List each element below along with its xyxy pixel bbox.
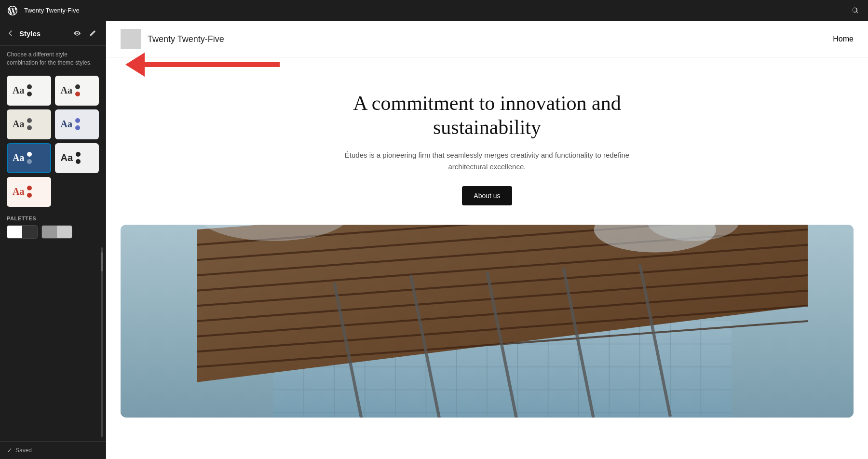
dot — [75, 92, 80, 96]
style-card-1-text: Aa — [13, 85, 24, 96]
edit-icon-button[interactable] — [86, 27, 99, 40]
top-bar-title: Twenty Twenty-Five — [24, 7, 849, 14]
style-card-5[interactable]: Aa — [7, 143, 51, 173]
dot — [27, 84, 32, 89]
hero-subtitle: Études is a pioneering firm that seamles… — [333, 149, 641, 173]
style-card-6-dots — [76, 152, 81, 164]
building-image — [121, 225, 854, 418]
dot — [75, 118, 80, 123]
site-header: Twenty Twenty-Five Home — [106, 21, 868, 57]
style-card-2-text: Aa — [61, 85, 72, 96]
top-bar: Twenty Twenty-Five — [0, 0, 868, 21]
style-card-3[interactable]: Aa — [7, 109, 51, 139]
dot — [27, 186, 32, 190]
palette-1-light — [7, 226, 22, 238]
palette-2-light — [57, 226, 72, 238]
style-card-7[interactable]: Aa — [7, 177, 51, 207]
dot — [75, 84, 80, 89]
saved-check-icon: ✓ — [7, 446, 13, 454]
hero-section: A commitment to innovation and sustainab… — [318, 57, 656, 225]
palette-2-mid — [42, 226, 57, 238]
sidebar-title: Styles — [19, 29, 71, 38]
style-card-7-dots — [27, 186, 32, 198]
palette-1-dark — [22, 226, 37, 238]
style-card-5-text: Aa — [13, 152, 24, 163]
dot — [27, 118, 32, 123]
palettes-label: PALETTES — [7, 216, 99, 221]
style-card-7-text: Aa — [13, 186, 24, 197]
dot — [27, 152, 32, 157]
sidebar-actions — [71, 27, 99, 40]
dot — [76, 159, 81, 164]
palette-2[interactable] — [41, 225, 72, 239]
site-logo — [121, 29, 141, 49]
style-card-5-dots — [27, 152, 32, 164]
dot — [27, 159, 32, 164]
sidebar: Styles Choose a different style combinat… — [0, 21, 106, 459]
sidebar-description: Choose a different style combination for… — [0, 46, 106, 72]
style-card-6[interactable]: Aa — [55, 143, 99, 173]
saved-label: Saved — [15, 447, 32, 454]
palettes-section: PALETTES — [0, 211, 106, 243]
hero-title: A commitment to innovation and sustainab… — [333, 91, 641, 140]
dot — [27, 193, 32, 198]
palettes-row — [7, 225, 99, 239]
style-grid: Aa Aa Aa Aa — [0, 72, 106, 211]
style-card-2-dots — [75, 84, 80, 96]
dot — [76, 152, 81, 157]
sidebar-header: Styles — [0, 21, 106, 46]
style-card-2[interactable]: Aa — [55, 76, 99, 106]
dot — [27, 92, 32, 96]
search-button[interactable] — [849, 4, 862, 17]
style-card-4[interactable]: Aa — [55, 109, 99, 139]
preview-icon-button[interactable] — [71, 27, 83, 40]
style-card-4-text: Aa — [61, 119, 72, 130]
dot — [27, 125, 32, 130]
style-card-1-dots — [27, 84, 32, 96]
style-card-3-text: Aa — [13, 119, 24, 130]
nav-home-link[interactable]: Home — [833, 35, 854, 43]
site-nav: Home — [833, 35, 854, 43]
palette-1[interactable] — [7, 225, 38, 239]
about-us-button[interactable]: About us — [462, 186, 512, 205]
wp-logo — [6, 4, 19, 17]
back-button[interactable] — [7, 29, 14, 37]
style-card-4-dots — [75, 118, 80, 130]
main-layout: Styles Choose a different style combinat… — [0, 21, 868, 459]
style-card-3-dots — [27, 118, 32, 130]
preview-area: Twenty Twenty-Five Home A commitment to … — [106, 21, 868, 459]
dot — [75, 125, 80, 130]
style-card-1[interactable]: Aa — [7, 76, 51, 106]
sidebar-footer: ✓ Saved — [0, 441, 106, 459]
style-card-6-text: Aa — [61, 152, 73, 163]
site-name: Twenty Twenty-Five — [148, 34, 833, 44]
